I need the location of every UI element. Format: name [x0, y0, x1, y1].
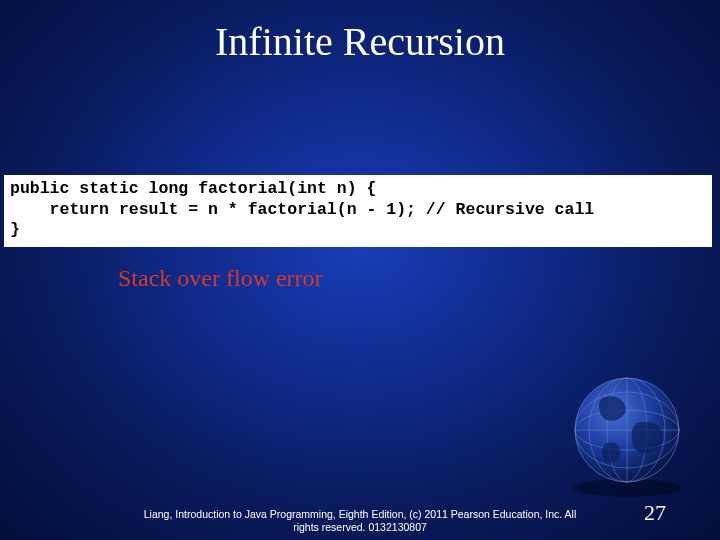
code-line-2: return result = n * factorial(n - 1); //… — [10, 200, 594, 219]
code-line-3: } — [10, 220, 20, 239]
globe-icon — [562, 368, 692, 498]
footer-line-2: rights reserved. 0132130807 — [293, 521, 427, 533]
page-number: 27 — [644, 500, 666, 526]
error-message: Stack over flow error — [118, 265, 720, 292]
slide-title: Infinite Recursion — [0, 0, 720, 65]
footer-line-1: Liang, Introduction to Java Programming,… — [144, 508, 577, 520]
code-block: public static long factorial(int n) { re… — [4, 175, 712, 247]
footer-citation: Liang, Introduction to Java Programming,… — [0, 508, 720, 534]
code-line-1: public static long factorial(int n) { — [10, 179, 376, 198]
